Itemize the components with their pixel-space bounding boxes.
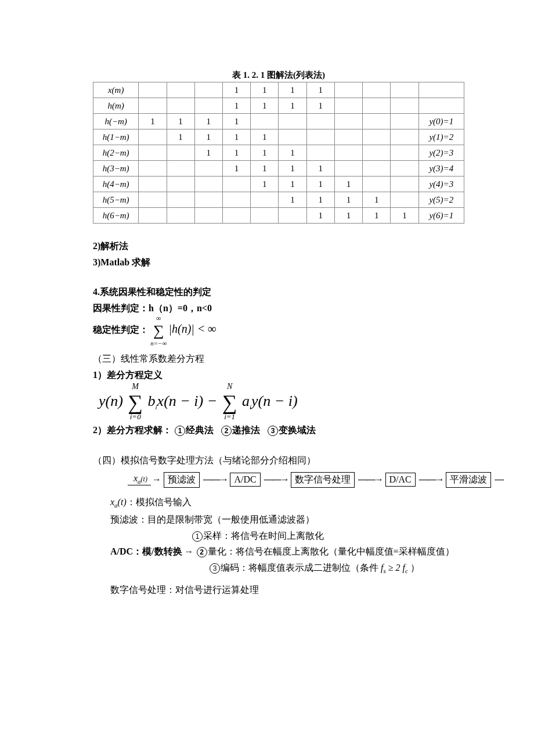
cell bbox=[139, 98, 167, 114]
cell bbox=[194, 192, 222, 208]
desc-prefilter: 预滤波：目的是限制带宽（一般使用低通滤波器） bbox=[110, 512, 464, 527]
cell: 1 bbox=[279, 145, 306, 161]
cell bbox=[167, 145, 194, 161]
cell bbox=[167, 208, 194, 224]
cell: 1 bbox=[363, 192, 391, 208]
adc-l2-text: 量化：将信号在幅度上离散化（量化中幅度值=采样幅度值） bbox=[208, 546, 454, 556]
table-row: x(m)1111 bbox=[93, 82, 464, 98]
cell bbox=[391, 161, 418, 177]
cell bbox=[363, 82, 391, 98]
cell bbox=[334, 114, 362, 129]
table-row: h(1−m)1111y(1)=2 bbox=[93, 129, 464, 145]
table-caption: 表 1. 2. 1 图解法(列表法) bbox=[93, 70, 464, 81]
table-row: h(−m)1111y(0)=1 bbox=[93, 114, 464, 129]
row-label: h(−m) bbox=[93, 114, 139, 129]
arrow-icon: — bbox=[495, 474, 503, 484]
solve-prefix: 2）差分方程求解： bbox=[93, 425, 172, 435]
cell: 1 bbox=[251, 161, 279, 177]
heading-diff-eq-solve: 2）差分方程求解： 1经典法 2递推法 3变换域法 bbox=[93, 423, 464, 438]
table-row: h(2−m)1111y(2)=3 bbox=[93, 145, 464, 161]
cell: 1 bbox=[251, 129, 279, 145]
row-result: y(3)=4 bbox=[418, 161, 464, 177]
row-label: x(m) bbox=[93, 82, 139, 98]
adc-l1-text: 采样：将信号在时间上离散化 bbox=[203, 531, 324, 541]
arrow-icon: → bbox=[152, 474, 160, 484]
cell bbox=[363, 98, 391, 114]
cell: 1 bbox=[251, 177, 279, 192]
row-result: y(0)=1 bbox=[418, 114, 464, 129]
cell bbox=[167, 98, 194, 114]
cell: 1 bbox=[306, 208, 334, 224]
box-dsp: 数字信号处理 bbox=[291, 472, 355, 488]
cell: 1 bbox=[194, 114, 222, 129]
heading-section-4: （四）模拟信号数字处理方法（与绪论部分介绍相同） bbox=[93, 453, 464, 468]
desc-adc-sampling: 1采样：将信号在时间上离散化 bbox=[192, 528, 464, 543]
signal-flow-diagram: xa(t)→ 预滤波 ——→ A/DC ——→ 数字信号处理 ——→ D/AC … bbox=[128, 472, 464, 488]
table-row: h(6−m)1111y(6)=1 bbox=[93, 208, 464, 224]
cell bbox=[251, 192, 279, 208]
cell bbox=[194, 161, 222, 177]
box-smooth: 平滑滤波 bbox=[446, 472, 491, 488]
circled-2-icon: 2 bbox=[197, 547, 207, 557]
cell bbox=[334, 129, 362, 145]
cell bbox=[167, 192, 194, 208]
cell: 1 bbox=[279, 192, 306, 208]
table-row: h(5−m)1111y(5)=2 bbox=[93, 192, 464, 208]
circled-1-icon: 1 bbox=[192, 531, 203, 542]
desc-adc-main: A/DC：模/数转换 → 2量化：将信号在幅度上离散化（量化中幅度值=采样幅度值… bbox=[110, 544, 464, 559]
table-row: h(4−m)1111y(4)=3 bbox=[93, 177, 464, 192]
adc-prefix: A/DC：模/数转换 → bbox=[110, 546, 196, 556]
row-label: h(1−m) bbox=[93, 129, 139, 145]
flow-signal-arg: (t) bbox=[141, 475, 147, 483]
heading-3-matlab: 3)Matlab 求解 bbox=[93, 255, 464, 270]
cell bbox=[334, 145, 362, 161]
cell: 1 bbox=[194, 145, 222, 161]
circled-3-icon: 3 bbox=[210, 563, 220, 574]
cell: 1 bbox=[251, 98, 279, 114]
row-label: h(4−m) bbox=[93, 177, 139, 192]
cell bbox=[334, 82, 362, 98]
cell bbox=[139, 161, 167, 177]
cell: 1 bbox=[279, 161, 306, 177]
heading-causality-stability: 4.系统因果性和稳定性的判定 bbox=[93, 285, 464, 300]
box-dac: D/AC bbox=[385, 473, 416, 487]
cell bbox=[334, 161, 362, 177]
cell bbox=[306, 145, 334, 161]
cell bbox=[279, 129, 306, 145]
cell: 1 bbox=[306, 177, 334, 192]
cell bbox=[391, 192, 418, 208]
cell bbox=[139, 145, 167, 161]
cell bbox=[363, 177, 391, 192]
cell: 1 bbox=[306, 161, 334, 177]
cell bbox=[139, 192, 167, 208]
cell bbox=[391, 82, 418, 98]
cell: 1 bbox=[251, 82, 279, 98]
cell bbox=[334, 98, 362, 114]
row-result: y(5)=2 bbox=[418, 192, 464, 208]
cell bbox=[194, 98, 222, 114]
stability-formula: ∑∞n=−∞ |h(n)| < ∞ bbox=[151, 319, 217, 343]
arrow-icon: ——→ bbox=[358, 474, 384, 484]
heading-2-analytic: 2)解析法 bbox=[93, 239, 464, 254]
row-result: y(2)=3 bbox=[418, 145, 464, 161]
cell: 1 bbox=[222, 114, 250, 129]
method-classical: 经典法 bbox=[186, 425, 214, 435]
cell bbox=[391, 114, 418, 129]
difference-equation-formula: y(n) ∑Mi=0 bix(n − i) − ∑Ni=1 aiy(n − i) bbox=[99, 390, 464, 415]
row-label: h(m) bbox=[93, 98, 139, 114]
causality-criterion: 因果性判定：h（n）=0，n<0 bbox=[93, 301, 464, 316]
cell: 1 bbox=[306, 82, 334, 98]
cell: 1 bbox=[334, 208, 362, 224]
cell bbox=[222, 192, 250, 208]
row-label: h(2−m) bbox=[93, 145, 139, 161]
cell: 1 bbox=[167, 114, 194, 129]
cell: 1 bbox=[306, 192, 334, 208]
heading-section-3: （三）线性常系数差分方程 bbox=[93, 351, 464, 366]
desc-xa-text: ：模拟信号输入 bbox=[127, 497, 192, 507]
cell bbox=[139, 177, 167, 192]
cell: 1 bbox=[279, 98, 306, 114]
cell bbox=[251, 114, 279, 129]
cell: 1 bbox=[222, 129, 250, 145]
cell bbox=[391, 129, 418, 145]
convolution-table: x(m)1111h(m)1111h(−m)1111y(0)=1h(1−m)111… bbox=[93, 82, 464, 224]
